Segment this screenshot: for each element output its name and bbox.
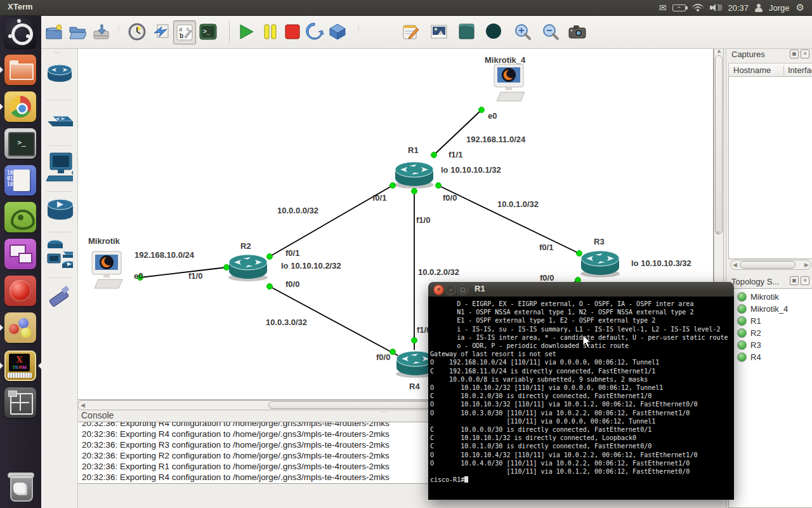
workspace-switcher-icon[interactable] bbox=[4, 387, 36, 418]
port-label[interactable]: f0/1 bbox=[539, 243, 553, 252]
node-label[interactable]: Mikrotik_4 bbox=[485, 55, 525, 65]
captures-hscrollbar[interactable]: ◀ ▶ bbox=[730, 260, 811, 270]
binary-editor-icon[interactable]: 101010101 bbox=[4, 165, 36, 196]
draw-ellipse-button[interactable] bbox=[483, 20, 505, 43]
node-mikrotik[interactable] bbox=[86, 250, 128, 293]
port-label[interactable]: f0/0 bbox=[376, 352, 390, 362]
tree-item-mikrotik[interactable]: Mikrotik bbox=[730, 291, 779, 303]
red-sphere-app-icon[interactable] bbox=[4, 276, 36, 306]
files-icon[interactable] bbox=[4, 55, 36, 85]
node-r3[interactable] bbox=[579, 247, 622, 281]
add-link-button[interactable] bbox=[46, 283, 73, 309]
user-icon[interactable] bbox=[755, 4, 763, 12]
reload-button[interactable] bbox=[304, 20, 325, 43]
security-devices-button[interactable] bbox=[46, 196, 73, 223]
maximize-button[interactable]: ▢ bbox=[457, 284, 468, 295]
float-panel-button[interactable]: ▣ bbox=[790, 50, 799, 58]
displays-icon[interactable] bbox=[4, 239, 36, 269]
port-label[interactable]: f0/0 bbox=[443, 193, 457, 203]
user-name[interactable]: Jorge bbox=[769, 3, 790, 13]
tree-item-mikrotik4[interactable]: Mikrotik_4 bbox=[730, 303, 788, 315]
end-devices-button[interactable] bbox=[46, 150, 73, 186]
network-label[interactable]: 10.0.1.0/32 bbox=[497, 199, 539, 209]
show-hostnames-button[interactable]: acb bbox=[173, 20, 196, 44]
switches-button[interactable] bbox=[46, 107, 73, 134]
port-label[interactable]: e0 bbox=[134, 271, 143, 281]
wifi-icon[interactable] bbox=[692, 4, 704, 11]
pause-button[interactable] bbox=[259, 20, 281, 43]
captures-list[interactable] bbox=[728, 76, 812, 259]
tree-item-r1[interactable]: R1 bbox=[730, 315, 761, 327]
network-label[interactable]: 10.0.0.0/32 bbox=[277, 206, 318, 215]
draw-rectangle-button[interactable] bbox=[456, 20, 478, 43]
zoom-in-button[interactable] bbox=[512, 20, 534, 43]
close-button[interactable]: ✕ bbox=[433, 284, 444, 295]
network-label[interactable]: 192.168.11.0/24 bbox=[466, 135, 525, 144]
save-project-button[interactable] bbox=[90, 20, 112, 43]
close-panel-button[interactable]: ✕ bbox=[801, 276, 809, 285]
mail-icon[interactable]: ✉ bbox=[659, 3, 667, 13]
show-interface-labels-button[interactable] bbox=[150, 20, 172, 43]
close-panel-button[interactable]: ✕ bbox=[801, 50, 809, 58]
network-label[interactable]: 10.0.3.0/32 bbox=[266, 318, 307, 327]
loopback-label[interactable]: lo 10.10.10.3/32 bbox=[631, 258, 691, 268]
node-r2[interactable] bbox=[226, 251, 270, 285]
new-project-button[interactable] bbox=[43, 20, 65, 43]
port-label[interactable]: f1/0 bbox=[416, 215, 430, 225]
console-connect-button[interactable]: >_ bbox=[197, 20, 219, 43]
routers-button[interactable] bbox=[46, 59, 73, 86]
gns3-icon[interactable] bbox=[4, 312, 36, 343]
nvidia-icon[interactable] bbox=[4, 202, 36, 232]
vscroll-thumb[interactable] bbox=[715, 55, 723, 234]
network-label[interactable]: 10.0.2.0/32 bbox=[418, 267, 459, 277]
tree-item-r2[interactable]: R2 bbox=[730, 327, 761, 339]
column-hostname[interactable]: Hostname bbox=[733, 65, 771, 75]
port-label[interactable]: f1/1 bbox=[449, 150, 462, 159]
trash-icon[interactable] bbox=[4, 471, 36, 502]
loopback-label[interactable]: lo 10.10.10.1/32 bbox=[441, 165, 501, 175]
open-project-button[interactable] bbox=[67, 20, 88, 43]
column-interface[interactable]: Interface bbox=[783, 65, 812, 75]
gear-icon[interactable]: ⚙ bbox=[796, 2, 804, 13]
node-label[interactable]: R4 bbox=[409, 382, 420, 391]
terminal-icon[interactable]: >_ bbox=[4, 128, 36, 159]
loopback-label[interactable]: lo 10.10.10.2/32 bbox=[281, 261, 341, 271]
port-label[interactable]: e0 bbox=[488, 111, 497, 121]
insert-picture-button[interactable] bbox=[428, 20, 450, 43]
port-label[interactable]: f0/0 bbox=[540, 273, 554, 283]
node-label[interactable]: Mikrotik bbox=[88, 236, 120, 246]
xterm-icon[interactable]: XTERM bbox=[4, 351, 36, 381]
add-note-button[interactable] bbox=[400, 20, 421, 43]
screenshot-button[interactable] bbox=[566, 20, 588, 43]
clock[interactable]: 20:37 bbox=[728, 3, 749, 13]
node-label[interactable]: R3 bbox=[594, 237, 605, 246]
volume-icon[interactable]: ))) bbox=[710, 4, 721, 11]
snapshot-button[interactable] bbox=[126, 20, 148, 43]
node-label[interactable]: R1 bbox=[408, 145, 419, 155]
ubuntu-dash-icon[interactable] bbox=[4, 18, 36, 48]
port-label[interactable]: f0/0 bbox=[285, 279, 299, 289]
xterm-body[interactable]: D - EIGRP, EX - EIGRP external, O - OSPF… bbox=[428, 297, 734, 500]
stop-button[interactable] bbox=[282, 20, 303, 43]
start-button[interactable] bbox=[235, 20, 257, 43]
tree-item-r4[interactable]: R4 bbox=[730, 351, 761, 363]
node-mikrotik4[interactable] bbox=[488, 63, 530, 106]
svg-text:c: c bbox=[187, 26, 189, 32]
network-label[interactable]: 192.168.10.0/24 bbox=[134, 250, 194, 260]
xterm-window[interactable]: ✕ − ▢ R1 D - EIGRP, EX - EIGRP external,… bbox=[428, 282, 734, 500]
node-r1[interactable] bbox=[393, 158, 436, 192]
port-label[interactable]: f0/1 bbox=[285, 248, 299, 258]
zoom-out-button[interactable] bbox=[540, 20, 561, 43]
all-devices-button[interactable] bbox=[46, 237, 73, 272]
tree-item-r3[interactable]: R3 bbox=[730, 339, 761, 351]
port-label[interactable]: f1/0 bbox=[188, 271, 202, 281]
virtualbox-button[interactable] bbox=[327, 20, 348, 43]
minimize-button[interactable]: − bbox=[445, 284, 456, 295]
battery-icon[interactable]: ⌁ bbox=[672, 4, 686, 11]
node-label[interactable]: R2 bbox=[240, 241, 251, 251]
chrome-icon[interactable] bbox=[4, 91, 36, 122]
xterm-titlebar[interactable]: ✕ − ▢ R1 bbox=[428, 282, 734, 297]
port-label[interactable]: f0/1 bbox=[372, 193, 386, 203]
float-panel-button[interactable]: ▣ bbox=[790, 276, 799, 285]
status-led bbox=[737, 292, 747, 302]
